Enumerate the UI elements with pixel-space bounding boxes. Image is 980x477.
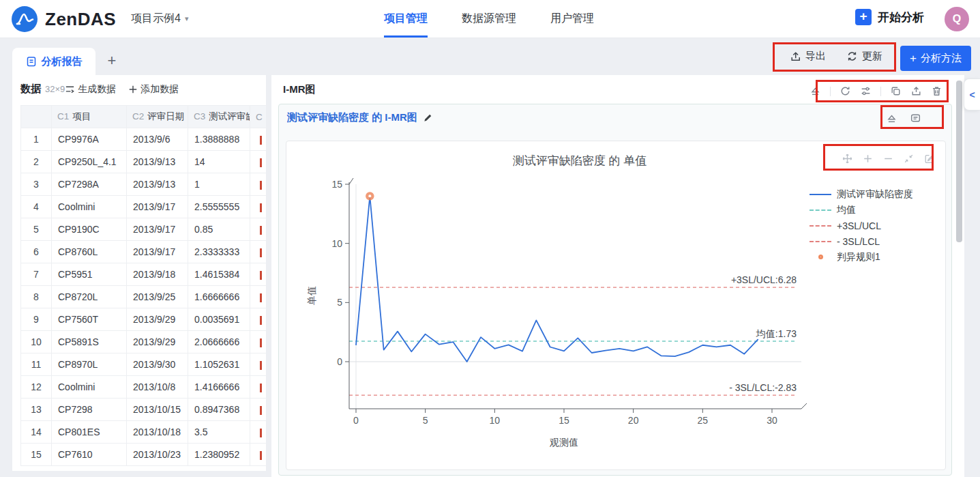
row-number: 14 [21,421,52,444]
chart-toolbar [842,153,935,164]
nav-item-datasource-management[interactable]: 数据源管理 [462,0,516,38]
analysis-method-button[interactable]: + 分析方法 [900,46,971,71]
add-data-button[interactable]: 添加数据 [128,83,179,96]
table-row[interactable]: 12Coolmini2013/10/81.4166666 [21,376,267,399]
clipped-cell [250,263,267,286]
delete-icon[interactable] [931,85,942,97]
cell: CP9250L_4.1 [52,151,127,173]
cell: CP9976A [52,128,127,151]
row-number: 6 [21,241,52,263]
cell: 2013/9/29 [127,331,188,353]
tab-analysis-report[interactable]: 分析报告 [12,48,95,75]
column-header-rownum [21,106,52,128]
brand-logo[interactable]: ZenDAS [11,5,116,33]
cell: 1.4615384 [188,263,250,286]
legend-item[interactable]: +3SL/UCL [810,218,913,233]
zendas-logo-icon [11,5,38,33]
settings-sliders-icon[interactable] [860,85,872,97]
cell: 1 [188,173,250,196]
nav-item-project-management[interactable]: 项目管理 [384,0,428,38]
pan-move-icon[interactable] [842,153,853,164]
legend-item[interactable]: 均值 [810,202,913,218]
legend-item[interactable]: 测试评审缺陷密度 [810,186,913,202]
start-analysis-button[interactable]: + 开始分析 [855,9,924,25]
zoom-out-icon[interactable] [882,153,894,164]
column-header-C2[interactable]: C2评审日期 [127,106,188,128]
cell: 2013/9/6 [127,128,188,151]
export-icon [790,50,801,62]
nav-item-user-management[interactable]: 用户管理 [550,0,594,38]
project-selector[interactable]: 项目示例4 ▾ [131,12,188,26]
table-row[interactable]: 3CP7298A2013/9/131 [21,173,267,196]
imr-title-toolbar [886,113,921,124]
table-row[interactable]: 8CP8720L2013/9/251.6666666 [21,286,267,308]
edit-chart-icon[interactable] [923,153,935,164]
table-row[interactable]: 10CP5891S2013/9/292.0666666 [21,331,267,353]
legend-item[interactable]: - 3SL/LCL [810,233,913,249]
chevron-left-icon: < [969,89,975,100]
generate-data-button[interactable]: 生成数据 [65,83,116,96]
column-header-C[interactable]: C [250,106,267,128]
refresh-button[interactable]: 更新 [846,50,882,63]
table-row[interactable]: 1CP9976A2013/9/61.3888888 [21,128,267,151]
column-header-C3[interactable]: C3测试评审缺陷密度 [188,106,250,128]
project-name: 项目示例4 [131,12,181,26]
legend-line-sample [810,225,831,227]
cell: CP7298A [52,173,127,196]
add-tab-button[interactable]: + [104,52,120,70]
analysis-toolbar [810,85,942,97]
comment-note-icon[interactable] [910,113,921,124]
legend-label: 均值 [837,204,856,216]
cell: CP7298 [52,399,127,421]
column-header-C1[interactable]: C1项目 [52,106,127,128]
collapse-card-icon[interactable] [886,113,897,124]
zoom-reset-icon[interactable] [903,153,915,164]
cell: 1.2380952 [188,444,250,466]
refresh-analysis-icon[interactable] [840,85,851,97]
table-row[interactable]: 6CP8760L2013/9/172.3333333 [21,241,267,263]
data-panel: 数据 32×9 生成数据 添加数据 C1项目C2评审日期C3测试评审缺陷密度C … [12,75,266,471]
cell: 1.3888888 [188,128,250,151]
svg-text:10: 10 [331,238,342,249]
clipped-cell [250,173,267,196]
clipped-cell [250,128,267,151]
cell: CP5891S [52,331,127,353]
row-number: 3 [21,173,52,196]
legend-item[interactable]: 判异规则1 [810,249,913,265]
table-row[interactable]: 7CP59512013/9/181.4615384 [21,263,267,286]
svg-text:25: 25 [698,415,709,426]
row-number: 12 [21,376,52,399]
table-row[interactable]: 2CP9250L_4.12013/9/1314 [21,151,267,173]
app-window: ZenDAS 项目示例4 ▾ 项目管理 数据源管理 用户管理 + 开始分析 Q … [0,0,980,477]
collapse-panel-button[interactable]: < [964,78,980,111]
table-row[interactable]: 15CP76102013/10/231.2380952 [21,444,267,466]
cell: 2013/9/17 [127,196,188,218]
zoom-in-icon[interactable] [862,153,874,164]
table-row[interactable]: 11CP8970L2013/9/301.1052631 [21,353,267,376]
table-row[interactable]: 13CP72982013/10/150.8947368 [21,399,267,421]
clipped-cell [250,151,267,173]
collapse-section-icon[interactable] [810,85,821,97]
cell: 2013/10/8 [127,376,188,399]
table-row[interactable]: 14CP801ES2013/10/183.5 [21,421,267,444]
row-number: 7 [21,263,52,286]
table-row[interactable]: 5CP9190C2013/9/170.85 [21,218,267,241]
table-row[interactable]: 4Coolmini2013/9/172.5555555 [21,196,267,218]
imr-card-title: 测试评审缺陷密度 的 I-MR图 [287,111,417,124]
clipped-cell [250,241,267,263]
export-chart-icon[interactable] [910,85,922,97]
caret-down-icon: ▾ [185,14,189,23]
clipped-cell [250,444,267,466]
cell: 2.3333333 [188,241,250,263]
analysis-panel: I-MR图 测试评审缺陷密度 的 [271,75,964,477]
cell: 2013/9/17 [127,218,188,241]
user-avatar[interactable]: Q [945,7,969,31]
generate-data-icon [65,84,75,94]
edit-title-pencil-icon[interactable] [423,113,433,123]
export-button[interactable]: 导出 [790,50,826,63]
panel-scrollbar[interactable] [956,81,962,242]
table-row[interactable]: 9CP7560T2013/9/290.0035691 [21,308,267,331]
legend-label: 判异规则1 [837,251,880,263]
cell: 2013/10/15 [127,399,188,421]
copy-icon[interactable] [890,85,902,97]
